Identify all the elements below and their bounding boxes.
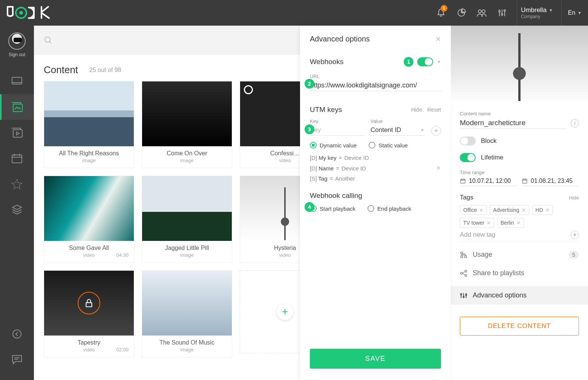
svg-rect-7 — [12, 77, 22, 84]
radio-static-value[interactable]: Static value — [369, 142, 408, 149]
content-card[interactable]: Some Gave Allvideo04:30 — [44, 176, 134, 263]
webhook-url-input[interactable] — [310, 80, 441, 91]
svg-point-1 — [19, 11, 23, 15]
param-prefix: [D] — [310, 155, 317, 161]
svg-point-3 — [482, 10, 485, 13]
tag-chip[interactable]: Berlin✕ — [497, 218, 524, 228]
advanced-title: Advanced options — [310, 35, 370, 43]
time-range-label: Time range — [460, 170, 579, 175]
notifications-icon[interactable]: 5 — [436, 8, 446, 18]
chevron-down-icon: ▼ — [549, 8, 553, 12]
card-duration: 04:30 — [116, 252, 129, 258]
svg-point-4 — [499, 11, 500, 12]
tag-chip[interactable]: TV tower✕ — [460, 218, 494, 228]
block-toggle[interactable] — [460, 136, 476, 146]
content-card[interactable]: All The Right Reasonsimage — [44, 81, 134, 168]
logo[interactable] — [7, 6, 56, 20]
stats-icon[interactable] — [456, 8, 466, 18]
nav-chat[interactable] — [0, 347, 34, 372]
tags-label: Tags — [460, 194, 473, 201]
usage-row[interactable]: Usage 5 — [460, 249, 579, 260]
content-card[interactable]: Come On Overimage — [142, 81, 232, 168]
tag-remove-icon[interactable]: ✕ — [522, 207, 526, 213]
share-row[interactable]: Share to playlists — [460, 268, 579, 279]
add-tag-button[interactable]: Add new tag + — [460, 228, 579, 242]
content-card[interactable]: Tapestryvideo02:00 — [44, 270, 134, 357]
utm-reset-link[interactable]: Reset — [427, 107, 441, 113]
radio-dynamic-value[interactable]: Dynamic value — [310, 142, 357, 149]
radio-end-playback[interactable]: End playback — [368, 205, 411, 212]
step-marker-3: 3 — [305, 124, 314, 134]
tag-remove-icon[interactable]: ✕ — [479, 207, 483, 213]
content-name-input[interactable] — [460, 117, 567, 129]
svg-point-20 — [465, 270, 467, 272]
svg-rect-13 — [86, 303, 92, 307]
content-card[interactable]: The Sound Of Musicimage — [142, 270, 232, 357]
content-card[interactable]: Jagged Little Pillimage — [142, 176, 232, 263]
settings-icon[interactable] — [497, 8, 507, 18]
thumbnail — [142, 176, 232, 241]
search-icon[interactable] — [44, 36, 53, 45]
tag-label: TV tower — [463, 220, 484, 226]
param-value: Device ID — [344, 155, 369, 161]
signout-link[interactable]: Sign out — [9, 52, 25, 57]
utm-value-select[interactable]: Content ID — [371, 125, 418, 135]
card-title: All The Right Reasons — [49, 150, 129, 157]
time-to-input[interactable]: 01.08.21, 23:45 — [522, 176, 579, 186]
utm-param-row: [D] Name = Device ID ✕ — [310, 165, 441, 172]
tag-chip[interactable]: HD✕ — [532, 205, 553, 215]
calendar-icon — [522, 178, 528, 184]
language-label: En — [568, 9, 576, 16]
account-menu[interactable]: Umbrella▼ Company — [517, 0, 562, 26]
nav-layers[interactable] — [0, 197, 34, 222]
svg-point-24 — [466, 294, 467, 295]
close-icon[interactable]: ✕ — [435, 35, 441, 43]
param-prefix: [S] — [310, 175, 317, 182]
time-to-value: 01.08.21, 23:45 — [531, 178, 573, 184]
utm-param-row: [D] My key = Device ID — [310, 155, 441, 161]
chevron-down-icon: ▼ — [420, 128, 424, 132]
info-icon[interactable]: i — [571, 119, 579, 127]
nav-schedule[interactable] — [0, 146, 34, 171]
svg-point-11 — [13, 330, 21, 338]
tag-remove-icon[interactable]: ✕ — [545, 207, 550, 213]
time-from-input[interactable]: 10.07.21, 12:00 — [460, 176, 517, 186]
nav-screens[interactable] — [0, 69, 34, 94]
nav-content[interactable] — [0, 94, 34, 120]
radio-label: Static value — [378, 142, 408, 149]
tags-hide-link[interactable]: Hide — [569, 195, 579, 201]
svg-point-23 — [463, 296, 464, 297]
card-duration: 02:00 — [116, 347, 129, 352]
tag-remove-icon[interactable]: ✕ — [516, 220, 521, 226]
account-subtitle: Company — [521, 14, 553, 19]
nav-collapse[interactable] — [0, 321, 34, 347]
detail-panel: Content name i Block Lifetime Time range — [450, 26, 588, 380]
tag-chip[interactable]: Office✕ — [460, 205, 487, 215]
nav-scenes[interactable] — [0, 171, 34, 197]
save-button[interactable]: SAVE — [310, 349, 441, 369]
tag-chip[interactable]: Advertising✕ — [490, 205, 529, 215]
utm-key-input[interactable] — [310, 125, 364, 136]
chevron-down-icon: ▼ — [577, 11, 582, 15]
users-icon[interactable] — [477, 8, 487, 18]
add-utm-button[interactable]: + — [431, 126, 441, 136]
utm-hide-link[interactable]: Hide — [411, 107, 422, 113]
locked-icon — [78, 292, 100, 314]
lifetime-toggle[interactable] — [460, 153, 476, 162]
delete-content-button[interactable]: DELETE CONTENT — [460, 317, 579, 336]
radio-start-playback[interactable]: Start playback — [310, 205, 355, 212]
step-marker-2: 2 — [305, 79, 314, 89]
tag-remove-icon[interactable]: ✕ — [487, 220, 491, 226]
language-switcher[interactable]: En ▼ — [562, 0, 588, 26]
chevron-down-icon[interactable]: ▼ — [437, 60, 441, 64]
param-key: Name — [318, 165, 334, 172]
svg-point-19 — [461, 272, 462, 274]
delete-param-icon[interactable]: ✕ — [436, 165, 441, 172]
advanced-options-row[interactable]: Advanced options — [451, 286, 588, 305]
detail-preview — [451, 26, 588, 104]
avatar[interactable] — [8, 32, 26, 50]
nav-playlists[interactable] — [0, 120, 34, 146]
thumbnail — [44, 176, 134, 241]
plus-icon[interactable]: + — [277, 303, 293, 320]
webhooks-toggle[interactable] — [417, 57, 433, 66]
